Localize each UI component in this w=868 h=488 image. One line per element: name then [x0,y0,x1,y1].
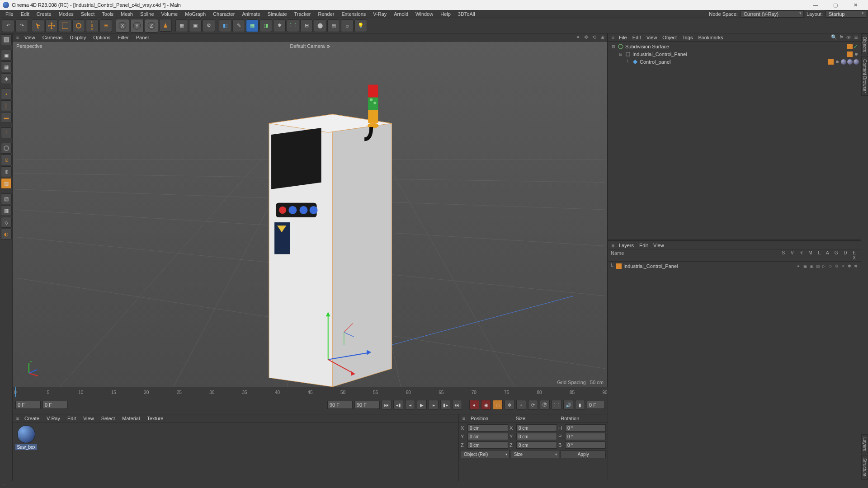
axis-mode[interactable]: └ [1,127,12,138]
menu-volume[interactable]: Volume [158,10,182,18]
axis-y-lock[interactable]: Y [130,19,144,33]
volume-button[interactable]: ⬤ [314,19,326,32]
primitive-cube-button[interactable]: ◧ [219,19,231,32]
rot-h-field[interactable]: 0 ° [565,424,606,432]
menu-mograph[interactable]: MoGraph [181,10,209,18]
objects-menu-bookmarks[interactable]: Bookmarks [695,34,726,41]
key-param-button[interactable]: ⓟ [540,400,550,410]
menu-arnold[interactable]: Arnold [390,10,412,18]
layer-expr-icon[interactable]: ✱ [848,264,853,269]
pos-z-field[interactable]: 0 cm [467,441,508,449]
expand-icon[interactable]: └ [626,60,631,64]
edge-mode[interactable]: │ [1,100,12,111]
rot-b-field[interactable]: 0 ° [565,441,606,449]
layer-lock-icon[interactable]: ▷ [822,264,827,269]
viewport-move-icon[interactable]: ✥ [583,34,589,41]
axis-x-lock[interactable]: X [116,19,129,33]
material-browser[interactable]: Saw_box [13,422,458,481]
key-rot-button[interactable]: ⟳ [528,400,538,410]
layers-menu-view[interactable]: View [651,242,667,249]
hamburger-icon[interactable]: ≡ [610,34,616,41]
size-y-field[interactable]: 0 cm [516,433,557,440]
menu-render[interactable]: Render [314,10,338,18]
material-swatch[interactable]: Saw_box [15,425,37,450]
material-menu-texture[interactable]: Texture [143,415,167,422]
menu-animate[interactable]: Animate [238,10,264,18]
menu-extensions[interactable]: Extensions [338,10,369,18]
material-menu-material[interactable]: Material [118,415,143,422]
render-picture-button[interactable]: ▣ [189,19,202,32]
render-view-button[interactable]: ▦ [175,19,188,32]
render-settings-button[interactable]: ⚙ [203,19,215,32]
menu-mesh[interactable]: Mesh [117,10,137,18]
material-tag-icon[interactable] [847,59,853,65]
layer-tag-icon[interactable] [847,52,853,57]
scene-button[interactable]: ▤ [327,19,340,32]
material-tag-icon[interactable] [841,59,846,65]
expand-icon[interactable]: ⊟ [619,52,623,56]
eye-icon[interactable]: 👁 [845,34,852,41]
menu-v-ray[interactable]: V-Ray [369,10,390,18]
prev-key-button[interactable]: ◂▮ [393,400,403,410]
goto-end-button[interactable]: ⏭ [452,400,462,410]
viewport-solo[interactable]: ◐ [1,229,12,239]
material-menu-v-ray[interactable]: V-Ray [43,415,64,422]
next-frame-button[interactable]: ▸ [429,400,439,410]
menu-create[interactable]: Create [33,10,55,18]
menu-simulate[interactable]: Simulate [264,10,291,18]
layer-def-icon[interactable]: ✦ [841,264,846,269]
menu-window[interactable]: Window [412,10,437,18]
visibility-dot-icon[interactable] [854,52,859,57]
soft-select[interactable]: ▧ [1,193,12,204]
coordinate-system[interactable] [159,19,172,32]
psr-tool[interactable]: PSR [86,19,99,32]
objects-menu-file[interactable]: File [616,34,630,41]
layer-gen-icon[interactable]: ⚙ [835,264,840,269]
window-close-button[interactable]: ✕ [845,0,865,10]
polygon-mode[interactable]: ▬ [1,112,12,123]
pos-x-field[interactable]: 0 cm [467,424,508,432]
list-icon[interactable]: ≣ [853,34,859,41]
place-tool[interactable]: ⊕ [99,19,112,32]
menu-edit[interactable]: Edit [17,10,33,18]
spline-pen-button[interactable]: ✎ [232,19,245,32]
uv-mode[interactable]: ▦ [1,61,12,72]
axis-z-lock[interactable]: Z [145,19,158,33]
viewport-menu-cameras[interactable]: Cameras [39,34,66,41]
objects-menu-view[interactable]: View [644,34,660,41]
object-row[interactable]: ⊟Subdivision Surface✓ [610,42,859,50]
viewport-menu-options[interactable]: Options [90,34,114,41]
menu-3dtoall[interactable]: 3DToAll [454,10,479,18]
play-button[interactable]: ▶ [417,400,427,410]
redo-button[interactable]: ↷ [15,19,28,32]
menu-select[interactable]: Select [77,10,99,18]
record-button[interactable]: ● [469,400,479,410]
timeline-range-end-field[interactable] [327,401,353,409]
menu-tracker[interactable]: Tracker [291,10,315,18]
coord-size-mode-dropdown[interactable]: Size [511,450,560,458]
key-scale-button[interactable]: ▫ [516,400,526,410]
viewport-layout-icon[interactable]: ⊞ [599,34,605,41]
camera-button[interactable]: ⌾ [341,19,354,32]
objects-menu-tags[interactable]: Tags [679,34,695,41]
timeline-sound-button[interactable]: 🔊 [563,400,573,410]
expand-icon[interactable]: ⊟ [612,44,616,49]
tweak-mode[interactable]: ◈ [1,73,12,84]
side-tab-objects[interactable]: Objects [861,33,868,55]
window-minimize-button[interactable]: — [806,0,826,10]
enable-check-icon[interactable]: ✓ [854,44,859,49]
move-tool[interactable] [45,19,58,32]
layer-tag-icon[interactable] [828,59,834,65]
viewport-menu-filter[interactable]: Filter [114,34,132,41]
prev-frame-button[interactable]: ◂ [405,400,415,410]
object-tree[interactable]: ⊟Subdivision Surface✓⊟Industrial_Control… [608,42,861,239]
layer-tag-icon[interactable] [847,44,853,49]
filter-icon[interactable]: ⚑ [838,34,844,41]
snap-grid[interactable]: ⊙ [1,155,12,165]
timeline-end-field[interactable] [354,401,380,409]
layers-list[interactable]: └ Industrial_Control_Panel ● ▣ ▣ ▤ ▷ ◇ ⚙… [608,262,861,481]
pos-y-field[interactable]: 0 cm [467,433,508,440]
snap-toggle[interactable] [1,143,12,154]
menu-character[interactable]: Character [209,10,238,18]
layer-row[interactable]: └ Industrial_Control_Panel ● ▣ ▣ ▤ ▷ ◇ ⚙… [610,263,859,270]
